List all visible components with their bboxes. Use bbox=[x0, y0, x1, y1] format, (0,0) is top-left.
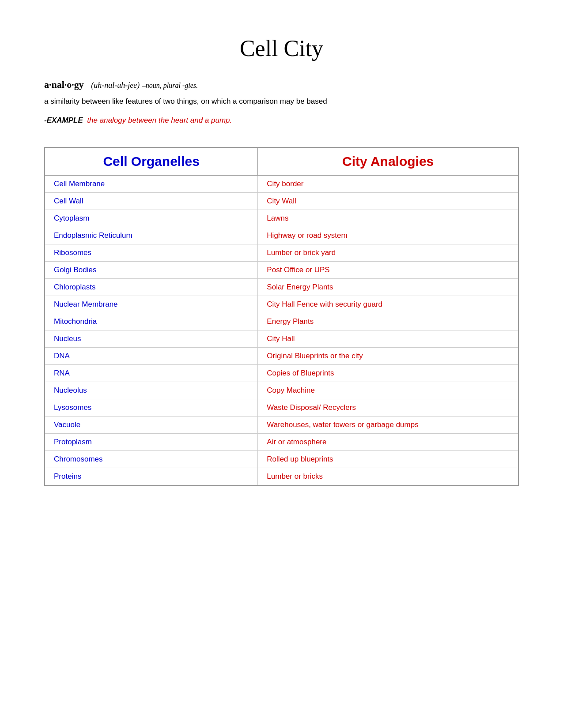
analogy-cell: Copy Machine bbox=[258, 382, 518, 399]
analogy-cell: City Wall bbox=[258, 192, 518, 210]
analogy-cell: Lumber or brick yard bbox=[258, 244, 518, 261]
analogy-cell: Lawns bbox=[258, 210, 518, 227]
table-row: Cell MembraneCity border bbox=[45, 175, 518, 192]
table-row: Cell WallCity Wall bbox=[45, 192, 518, 210]
table-row: RibosomesLumber or brick yard bbox=[45, 244, 518, 261]
organelle-cell: Golgi Bodies bbox=[45, 261, 258, 278]
analogy-cell: Solar Energy Plants bbox=[258, 278, 518, 296]
analogies-column-header: City Analogies bbox=[258, 147, 518, 176]
organelle-cell: RNA bbox=[45, 364, 258, 382]
analogy-cell: City Hall Fence with security guard bbox=[258, 296, 518, 313]
table-row: CytoplasmLawns bbox=[45, 210, 518, 227]
example-text: the analogy between the heart and a pump… bbox=[87, 116, 232, 124]
table-row: Nuclear MembraneCity Hall Fence with sec… bbox=[45, 296, 518, 313]
example-label: -EXAMPLE bbox=[44, 116, 83, 124]
table-row: ProtoplasmAir or atmosphere bbox=[45, 433, 518, 450]
table-row: ProteinsLumber or bricks bbox=[45, 468, 518, 485]
table-row: Endoplasmic ReticulumHighway or road sys… bbox=[45, 227, 518, 244]
organelle-cell: DNA bbox=[45, 347, 258, 364]
analogy-example: -EXAMPLE the analogy between the heart a… bbox=[44, 116, 519, 125]
table-row: LysosomesWaste Disposal/ Recyclers bbox=[45, 399, 518, 416]
analogy-cell: Energy Plants bbox=[258, 313, 518, 330]
analogy-cell: Air or atmosphere bbox=[258, 433, 518, 450]
organelle-cell: Cell Membrane bbox=[45, 175, 258, 192]
analogy-cell: Rolled up blueprints bbox=[258, 450, 518, 468]
analogy-word-text: a·nal·o·gy bbox=[44, 79, 84, 90]
organelle-cell: Lysosomes bbox=[45, 399, 258, 416]
analogy-word-entry: a·nal·o·gy (uh-nal-uh-jee) –noun, plural… bbox=[44, 79, 519, 90]
analogy-cell: Original Blueprints or the city bbox=[258, 347, 518, 364]
table-row: NucleusCity Hall bbox=[45, 330, 518, 347]
table-header-row: Cell Organelles City Analogies bbox=[45, 147, 518, 176]
analogy-cell: City Hall bbox=[258, 330, 518, 347]
organelle-cell: Mitochondria bbox=[45, 313, 258, 330]
organelle-cell: Endoplasmic Reticulum bbox=[45, 227, 258, 244]
table-row: VacuoleWarehouses, water towers or garba… bbox=[45, 416, 518, 433]
organelle-cell: Cytoplasm bbox=[45, 210, 258, 227]
organelle-cell: Nuclear Membrane bbox=[45, 296, 258, 313]
analogy-cell: Lumber or bricks bbox=[258, 468, 518, 485]
organelle-cell: Chloroplasts bbox=[45, 278, 258, 296]
organelles-column-header: Cell Organelles bbox=[45, 147, 258, 176]
analogy-cell: Highway or road system bbox=[258, 227, 518, 244]
table-row: ChromosomesRolled up blueprints bbox=[45, 450, 518, 468]
analogy-cell: Waste Disposal/ Recyclers bbox=[258, 399, 518, 416]
analogy-phonetic: (uh-nal-uh-jee) bbox=[91, 81, 140, 90]
analogy-cell: City border bbox=[258, 175, 518, 192]
analogy-cell: Copies of Blueprints bbox=[258, 364, 518, 382]
organelle-cell: Protoplasm bbox=[45, 433, 258, 450]
analogy-definition: a similarity between like features of tw… bbox=[44, 96, 353, 107]
analogy-table: Cell Organelles City Analogies Cell Memb… bbox=[44, 147, 519, 486]
analogy-cell: Warehouses, water towers or garbage dump… bbox=[258, 416, 518, 433]
organelle-cell: Nucleus bbox=[45, 330, 258, 347]
page-title: Cell City bbox=[44, 35, 519, 61]
table-row: NucleolusCopy Machine bbox=[45, 382, 518, 399]
organelle-cell: Nucleolus bbox=[45, 382, 258, 399]
organelle-cell: Proteins bbox=[45, 468, 258, 485]
table-row: DNAOriginal Blueprints or the city bbox=[45, 347, 518, 364]
table-row: Golgi BodiesPost Office or UPS bbox=[45, 261, 518, 278]
organelle-cell: Vacuole bbox=[45, 416, 258, 433]
table-row: RNACopies of Blueprints bbox=[45, 364, 518, 382]
table-row: ChloroplastsSolar Energy Plants bbox=[45, 278, 518, 296]
table-row: MitochondriaEnergy Plants bbox=[45, 313, 518, 330]
organelle-cell: Cell Wall bbox=[45, 192, 258, 210]
organelle-cell: Chromosomes bbox=[45, 450, 258, 468]
organelle-cell: Ribosomes bbox=[45, 244, 258, 261]
analogy-part-of-speech: –noun, plural -gies. bbox=[142, 82, 198, 89]
analogy-cell: Post Office or UPS bbox=[258, 261, 518, 278]
